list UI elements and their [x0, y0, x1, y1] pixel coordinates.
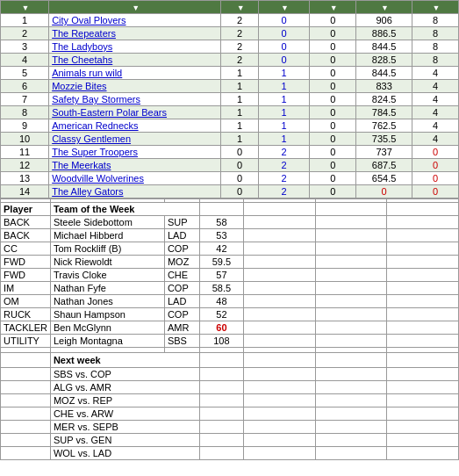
- sort-arrow-losses[interactable]: ▼: [281, 4, 289, 12]
- cell-wins: 1: [221, 106, 258, 119]
- table-row: 9American Rednecks110762.54: [1, 119, 459, 133]
- cell-team[interactable]: American Rednecks: [49, 119, 221, 133]
- match-label: MER vs. SEPB: [50, 421, 199, 434]
- next-week-header: Next week: [1, 353, 459, 368]
- cell-wins: 2: [221, 40, 258, 54]
- table-row: 4The Cheetahs200828.58: [1, 54, 459, 67]
- cell-points: 4: [412, 119, 458, 133]
- cell-team[interactable]: The Repeaters: [49, 27, 221, 40]
- cell-draws: 0: [310, 93, 356, 106]
- player-position: BACK: [1, 229, 51, 242]
- cell-draws: 0: [310, 27, 356, 40]
- player-name: Nathan Fyfe: [50, 282, 164, 295]
- cell-team[interactable]: South-Eastern Polar Bears: [49, 106, 221, 119]
- cell-draws: 0: [310, 106, 356, 119]
- cell-team[interactable]: Classy Gentlemen: [49, 133, 221, 146]
- cell-position: 6: [1, 80, 49, 93]
- sort-arrow-position[interactable]: ▼: [22, 4, 30, 12]
- cell-losses: 0: [258, 27, 309, 40]
- team-of-week-header: Team of the Week: [50, 203, 199, 216]
- cell-team[interactable]: The Cheetahs: [49, 54, 221, 67]
- header-draws[interactable]: ▼: [310, 1, 356, 14]
- cell-losses: 1: [258, 133, 309, 146]
- cell-position: 4: [1, 54, 49, 67]
- player-score: 57: [199, 269, 243, 282]
- cell-losses: 1: [258, 93, 309, 106]
- player-position: BACK: [1, 216, 51, 229]
- player-position: CC: [1, 242, 51, 256]
- cell-team[interactable]: The Super Troopers: [49, 146, 221, 159]
- next-week-match: MOZ vs. REP: [1, 394, 459, 407]
- cell-team[interactable]: Mozzie Bites: [49, 80, 221, 93]
- cell-points: 4: [412, 67, 458, 80]
- player-team: AMR: [164, 321, 199, 335]
- cell-position: 3: [1, 40, 49, 54]
- table-row: 3The Ladyboys200844.58: [1, 40, 459, 54]
- player-position: RUCK: [1, 308, 51, 321]
- header-team[interactable]: ▼: [49, 1, 221, 14]
- cell-losses: 2: [258, 185, 309, 198]
- cell-losses: 2: [258, 159, 309, 172]
- cell-position: 13: [1, 172, 49, 185]
- player-name: Michael Hibberd: [50, 229, 164, 242]
- player-row: BACKMichael HibberdLAD53: [1, 229, 459, 242]
- player-name: Nick Riewoldt: [50, 256, 164, 269]
- cell-wins: 0: [221, 172, 258, 185]
- cell-wins: 1: [221, 93, 258, 106]
- player-row: FWDNick RiewoldtMOZ59.5: [1, 256, 459, 269]
- sort-arrow-team[interactable]: ▼: [132, 4, 140, 12]
- cell-scored: 833: [356, 80, 412, 93]
- player-row: FWDTravis ClokeCHE57: [1, 269, 459, 282]
- cell-points: 0: [412, 146, 458, 159]
- cell-draws: 0: [310, 172, 356, 185]
- cell-draws: 0: [310, 80, 356, 93]
- cell-wins: 0: [221, 159, 258, 172]
- cell-team[interactable]: Woodville Wolverines: [49, 172, 221, 185]
- cell-team[interactable]: City Oval Plovers: [49, 14, 221, 27]
- match-label: MOZ vs. REP: [50, 394, 199, 407]
- cell-scored: 735.5: [356, 133, 412, 146]
- header-position[interactable]: ▼: [1, 1, 49, 14]
- next-week-title: Next week: [50, 353, 199, 368]
- cell-wins: 0: [221, 185, 258, 198]
- table-row: 1City Oval Plovers2009068: [1, 14, 459, 27]
- player-score: 48: [199, 295, 243, 308]
- cell-scored: 737: [356, 146, 412, 159]
- cell-team[interactable]: The Meerkats: [49, 159, 221, 172]
- cell-losses: 0: [258, 54, 309, 67]
- cell-team[interactable]: The Ladyboys: [49, 40, 221, 54]
- player-score: 42: [199, 242, 243, 256]
- cell-wins: 2: [221, 27, 258, 40]
- player-position: FWD: [1, 256, 51, 269]
- sort-arrow-points[interactable]: ▼: [432, 4, 440, 12]
- cell-team[interactable]: Safety Bay Stormers: [49, 93, 221, 106]
- cell-draws: 0: [310, 146, 356, 159]
- cell-scored: 0: [356, 185, 412, 198]
- cell-points: 4: [412, 80, 458, 93]
- player-position: TACKLER: [1, 321, 51, 335]
- header-scored[interactable]: ▼: [356, 1, 412, 14]
- sort-arrow-wins[interactable]: ▼: [237, 4, 245, 12]
- player-position: FWD: [1, 269, 51, 282]
- table-row: 6Mozzie Bites1108334: [1, 80, 459, 93]
- cell-team[interactable]: The Alley Gators: [49, 185, 221, 198]
- cell-losses: 2: [258, 172, 309, 185]
- cell-position: 7: [1, 93, 49, 106]
- cell-points: 0: [412, 159, 458, 172]
- cell-wins: 1: [221, 119, 258, 133]
- header-losses[interactable]: ▼: [258, 1, 309, 14]
- header-points[interactable]: ▼: [412, 1, 458, 14]
- cell-position: 1: [1, 14, 49, 27]
- cell-draws: 0: [310, 119, 356, 133]
- cell-points: 0: [412, 172, 458, 185]
- player-name: Nathan Jones: [50, 295, 164, 308]
- cell-team[interactable]: Animals run wild: [49, 67, 221, 80]
- sort-arrow-scored[interactable]: ▼: [381, 4, 389, 12]
- table-row: 11The Super Troopers0207370: [1, 146, 459, 159]
- player-score: 53: [199, 229, 243, 242]
- player-team: MOZ: [164, 256, 199, 269]
- sort-arrow-draws[interactable]: ▼: [330, 4, 338, 12]
- cell-losses: 1: [258, 106, 309, 119]
- header-wins[interactable]: ▼: [221, 1, 258, 14]
- cell-draws: 0: [310, 14, 356, 27]
